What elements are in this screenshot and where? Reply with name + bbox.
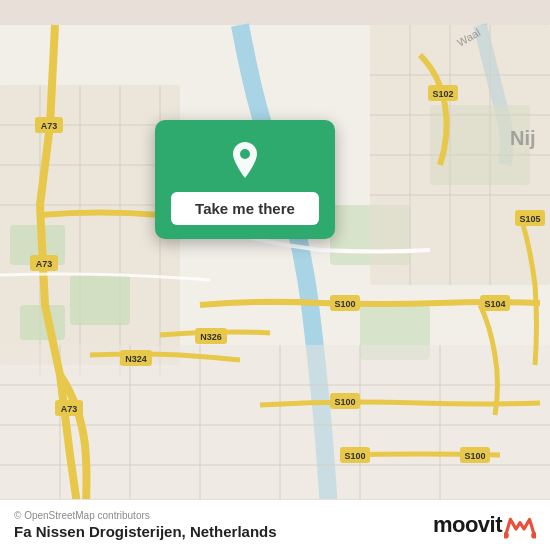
moovit-logo: moovit: [433, 511, 536, 539]
svg-text:Nij: Nij: [510, 127, 536, 149]
location-name-text: Fa Nissen Drogisterijen: [14, 523, 182, 540]
svg-text:S100: S100: [464, 451, 485, 461]
moovit-logo-icon: [504, 511, 536, 539]
svg-point-61: [240, 149, 250, 159]
map-background: A73 A73 A73 RW78 S102 S100 S104 S105 N32…: [0, 0, 550, 550]
bottom-bar: © OpenStreetMap contributors Fa Nissen D…: [0, 499, 550, 550]
svg-point-63: [531, 532, 536, 538]
bottom-left: © OpenStreetMap contributors Fa Nissen D…: [14, 510, 277, 540]
svg-text:S100: S100: [334, 299, 355, 309]
svg-text:A73: A73: [36, 259, 53, 269]
svg-text:N326: N326: [200, 332, 222, 342]
svg-text:S100: S100: [344, 451, 365, 461]
svg-text:N324: N324: [125, 354, 147, 364]
svg-text:S105: S105: [519, 214, 540, 224]
popup-card: Take me there: [155, 120, 335, 239]
take-me-there-button[interactable]: Take me there: [171, 192, 319, 225]
location-country-separator: ,: [182, 523, 190, 540]
svg-text:A73: A73: [61, 404, 78, 414]
map-attribution: © OpenStreetMap contributors: [14, 510, 277, 521]
location-country: Netherlands: [190, 523, 277, 540]
svg-rect-11: [70, 275, 130, 325]
svg-text:S100: S100: [334, 397, 355, 407]
svg-text:A73: A73: [41, 121, 58, 131]
svg-text:S102: S102: [432, 89, 453, 99]
map-container: A73 A73 A73 RW78 S102 S100 S104 S105 N32…: [0, 0, 550, 550]
location-name: Fa Nissen Drogisterijen, Netherlands: [14, 523, 277, 540]
svg-point-62: [504, 532, 509, 538]
moovit-logo-text: moovit: [433, 512, 502, 538]
location-pin-icon: [223, 138, 267, 182]
svg-text:S104: S104: [484, 299, 505, 309]
